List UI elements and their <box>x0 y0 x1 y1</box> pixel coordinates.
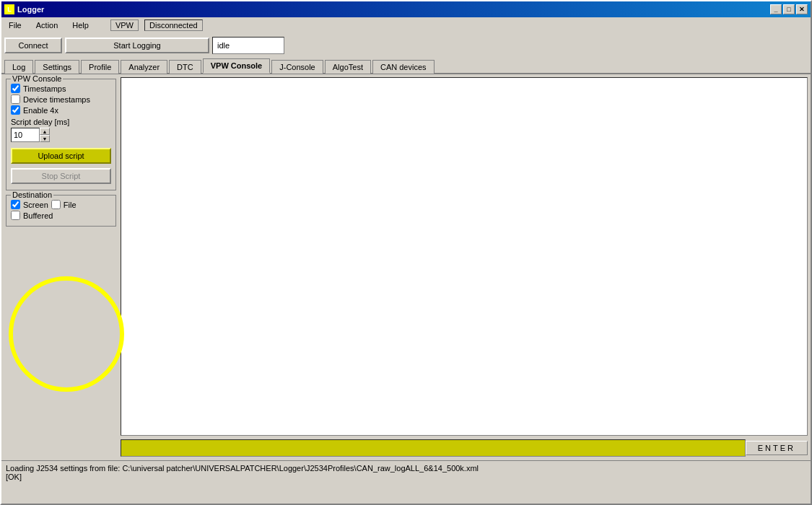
screen-checkbox[interactable] <box>11 200 20 209</box>
enter-bar: ENTER <box>121 439 808 457</box>
enable4x-checkbox[interactable] <box>11 105 20 115</box>
device-timestamps-row: Device timestamps <box>11 95 111 104</box>
main-content: VPW Console Timestamps Device timestamps… <box>1 74 811 460</box>
tab-log[interactable]: Log <box>4 60 33 74</box>
screen-label: Screen <box>23 201 48 209</box>
vpw-console-group-title: VPW Console <box>11 74 63 83</box>
start-logging-button[interactable]: Start Logging <box>65 38 209 53</box>
script-delay-input[interactable]: 10 <box>11 128 40 142</box>
script-delay-spinbox: 10 ▲ ▼ <box>11 128 111 142</box>
destination-screen-file-row: Screen File <box>11 200 111 209</box>
destination-group: Destination Screen File Buffered <box>6 195 116 227</box>
script-delay-label: Script delay [ms] <box>11 118 111 126</box>
maximize-button[interactable]: □ <box>783 4 795 14</box>
spinbox-down[interactable]: ▼ <box>40 135 50 142</box>
connect-button[interactable]: Connect <box>4 38 62 53</box>
menu-action[interactable]: Action <box>32 19 63 31</box>
console-input[interactable] <box>121 439 746 457</box>
file-checkbox[interactable] <box>51 200 61 209</box>
status-bar: Loading J2534 settings from file: C:\uni… <box>1 460 811 504</box>
tab-vpw-console[interactable]: VPW Console <box>203 58 271 74</box>
menu-bar: File Action Help VPW Disconnected <box>1 17 811 33</box>
minimize-button[interactable]: _ <box>770 4 782 14</box>
menu-file[interactable]: File <box>4 19 26 31</box>
spinbox-buttons: ▲ ▼ <box>40 128 50 142</box>
window-title: Logger <box>17 5 44 14</box>
buffered-label: Buffered <box>23 211 53 220</box>
right-panel: ENTER <box>121 74 811 460</box>
tab-algotest[interactable]: AlgoTest <box>325 60 371 74</box>
tab-j-console[interactable]: J-Console <box>271 60 323 74</box>
window-icon: L <box>4 4 14 14</box>
device-timestamps-checkbox[interactable] <box>11 95 20 104</box>
tab-profile[interactable]: Profile <box>81 60 119 74</box>
vpw-label: VPW <box>110 19 139 31</box>
destination-group-title: Destination <box>11 190 53 199</box>
console-output[interactable] <box>121 77 808 436</box>
file-label: File <box>64 201 77 209</box>
menu-help[interactable]: Help <box>68 19 93 31</box>
timestamps-label: Timestamps <box>23 84 66 93</box>
enable4x-label: Enable 4x <box>23 106 58 115</box>
close-button[interactable]: ✕ <box>796 4 808 14</box>
timestamps-row: Timestamps <box>11 84 111 93</box>
title-controls: _ □ ✕ <box>770 4 808 14</box>
status-line2: [OK] <box>6 473 806 481</box>
tabs-bar: Log Settings Profile Analyzer DTC VPW Co… <box>1 58 811 74</box>
idle-status: idle <box>212 37 284 54</box>
timestamps-checkbox[interactable] <box>11 84 20 93</box>
left-panel: VPW Console Timestamps Device timestamps… <box>1 74 121 460</box>
vpw-console-group: VPW Console Timestamps Device timestamps… <box>6 79 116 190</box>
enable4x-row: Enable 4x <box>11 105 111 115</box>
title-bar: L Logger _ □ ✕ <box>1 1 811 17</box>
stop-script-button[interactable]: Stop Script <box>11 168 111 184</box>
buffered-row: Buffered <box>11 211 111 220</box>
tab-dtc[interactable]: DTC <box>169 60 201 74</box>
tab-settings[interactable]: Settings <box>35 60 79 74</box>
enter-button[interactable]: ENTER <box>746 441 808 455</box>
tab-analyzer[interactable]: Analyzer <box>121 60 167 74</box>
device-timestamps-label: Device timestamps <box>23 95 90 104</box>
tab-can-devices[interactable]: CAN devices <box>372 60 435 74</box>
toolbar: Connect Start Logging idle <box>1 33 811 58</box>
buffered-checkbox[interactable] <box>11 211 20 220</box>
connection-status: Disconnected <box>144 19 203 31</box>
script-delay-row: Script delay [ms] 10 ▲ ▼ <box>11 118 111 142</box>
upload-script-button[interactable]: Upload script <box>11 148 111 164</box>
status-line1: Loading J2534 settings from file: C:\uni… <box>6 464 806 473</box>
spinbox-up[interactable]: ▲ <box>40 128 50 135</box>
